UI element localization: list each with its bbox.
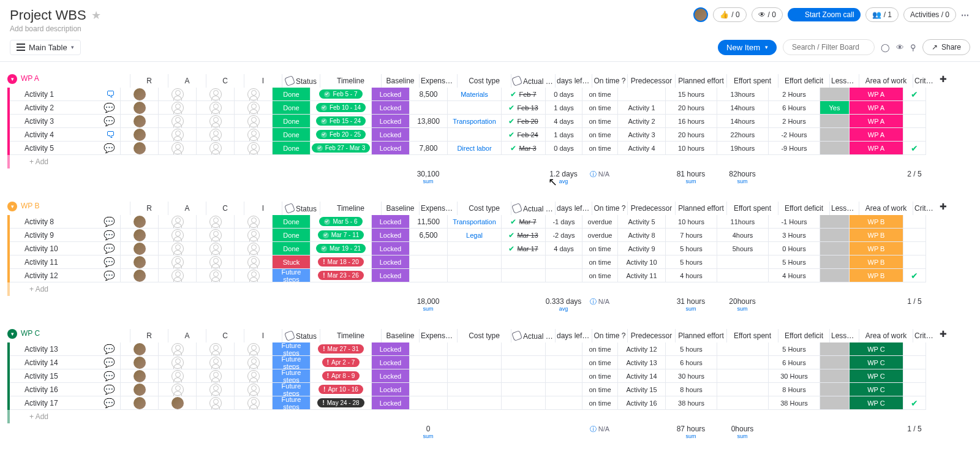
area-cell[interactable]: WP B [849,269,903,282]
seen-pill[interactable]: 👁/ 0 [752,7,783,22]
col-baseline[interactable]: Baseline [381,329,419,342]
expenses-cell[interactable] [409,383,447,396]
deficit-cell[interactable]: -2 Hours [768,128,820,142]
status-cell[interactable]: Future steps [272,383,310,396]
daysleft-cell[interactable]: -2 days [545,229,582,242]
predecessor-cell[interactable]: Activity 14 [617,369,665,383]
critical-cell[interactable] [903,242,926,255]
predecessor-cell[interactable]: Activity 9 [617,242,665,255]
actualdate-cell[interactable] [501,369,545,383]
new-item-button[interactable]: New Item▾ [718,40,777,55]
spent-cell[interactable]: 13hours [717,88,768,101]
spent-cell[interactable] [717,369,768,383]
actualdate-cell[interactable] [501,356,545,369]
col-r[interactable]: R [130,329,168,342]
actualdate-cell[interactable] [501,396,545,410]
actualdate-cell[interactable]: ✔Feb 20 [501,115,545,128]
ontime-cell[interactable]: on time [582,356,617,369]
person-cell[interactable] [120,269,158,282]
expenses-cell[interactable] [409,342,447,356]
activity-name[interactable]: Activity 4🗨 [10,128,120,142]
baseline-cell[interactable]: Locked [371,255,409,269]
costtype-cell[interactable] [447,269,501,282]
ontime-cell[interactable]: overdue [582,229,617,242]
view-selector[interactable]: Main Table ▾ [10,40,81,55]
col-baseline[interactable]: Baseline [381,74,419,88]
person-cell[interactable] [158,128,196,142]
col-timeline[interactable]: Timeline [320,329,381,342]
person-cell[interactable] [158,88,196,101]
status-cell[interactable]: Done [272,115,310,128]
critical-cell[interactable] [903,255,926,269]
planned-cell[interactable]: 10 hours [665,142,717,155]
costtype-cell[interactable] [447,255,501,269]
person-cell[interactable] [234,242,272,255]
col-planned[interactable]: Planned effort [675,202,726,215]
critical-cell[interactable] [903,369,926,383]
expenses-cell[interactable] [409,101,447,115]
person-cell[interactable] [158,356,196,369]
planned-cell[interactable]: 6 hours [665,356,717,369]
status-cell[interactable]: Done [272,142,310,155]
person-cell[interactable] [234,342,272,356]
costtype-cell[interactable] [447,383,501,396]
timeline-cell[interactable]: Feb 10 - 14 [310,101,371,115]
person-cell[interactable] [120,369,158,383]
person-cell[interactable] [158,215,196,229]
planned-cell[interactable]: 16 hours [665,115,717,128]
col-costtype[interactable]: Cost type [457,74,511,88]
add-row[interactable]: + Add [7,410,973,423]
activity-name[interactable]: Activity 10💬 [10,242,120,255]
col-status[interactable]: Status [282,74,320,88]
ontime-cell[interactable]: on time [582,369,617,383]
status-cell[interactable]: Future steps [272,356,310,369]
status-cell[interactable]: Done [272,128,310,142]
col-expenses[interactable]: Expenses... [419,74,457,88]
costtype-cell[interactable] [447,101,501,115]
chat-icon[interactable]: 💬 [104,102,115,113]
predecessor-cell[interactable]: Activity 8 [617,229,665,242]
critical-cell[interactable]: ✔ [903,142,926,155]
critical-cell[interactable] [903,356,926,369]
person-cell[interactable] [196,396,234,410]
predecessor-cell[interactable]: Activity 1 [617,101,665,115]
activity-name[interactable]: Activity 13💬 [10,342,120,356]
baseline-cell[interactable]: Locked [371,128,409,142]
person-cell[interactable] [120,255,158,269]
person-cell[interactable] [234,128,272,142]
person-cell[interactable] [234,101,272,115]
person-cell[interactable] [158,342,196,356]
col-spent[interactable]: Effort spent [726,329,778,342]
ontime-cell[interactable]: on time [582,255,617,269]
expenses-cell[interactable] [409,396,447,410]
critical-cell[interactable] [903,101,926,115]
costtype-cell[interactable] [447,369,501,383]
person-cell[interactable] [120,88,158,101]
person-cell[interactable] [196,128,234,142]
lesson-cell[interactable] [820,396,849,410]
predecessor-cell[interactable]: Activity 15 [617,383,665,396]
spent-cell[interactable]: 14hours [717,101,768,115]
group-name[interactable]: WP B [21,202,130,215]
col-timeline[interactable]: Timeline [320,74,381,88]
deficit-cell[interactable]: 6 Hours [768,101,820,115]
timeline-cell[interactable]: Feb 15 - 24 [310,115,371,128]
costtype-cell[interactable] [447,356,501,369]
planned-cell[interactable]: 15 hours [665,88,717,101]
col-a[interactable]: A [168,202,206,215]
area-cell[interactable]: WP A [849,101,903,115]
person-cell[interactable] [120,342,158,356]
activity-name[interactable]: Activity 12💬 [10,269,120,282]
collapse-icon[interactable]: ▾ [7,202,17,211]
costtype-cell[interactable]: Transportation [447,115,501,128]
lesson-cell[interactable] [820,115,849,128]
baseline-cell[interactable]: Locked [371,396,409,410]
daysleft-cell[interactable]: 4 days [545,242,582,255]
chat-icon[interactable]: 💬 [104,116,115,127]
ontime-cell[interactable]: on time [582,342,617,356]
actualdate-cell[interactable]: ✔Mar 17 [501,242,545,255]
more-icon[interactable]: ⋯ [961,10,970,20]
actualdate-cell[interactable]: ✔Mar 13 [501,229,545,242]
person-cell[interactable] [196,269,234,282]
critical-cell[interactable] [903,115,926,128]
